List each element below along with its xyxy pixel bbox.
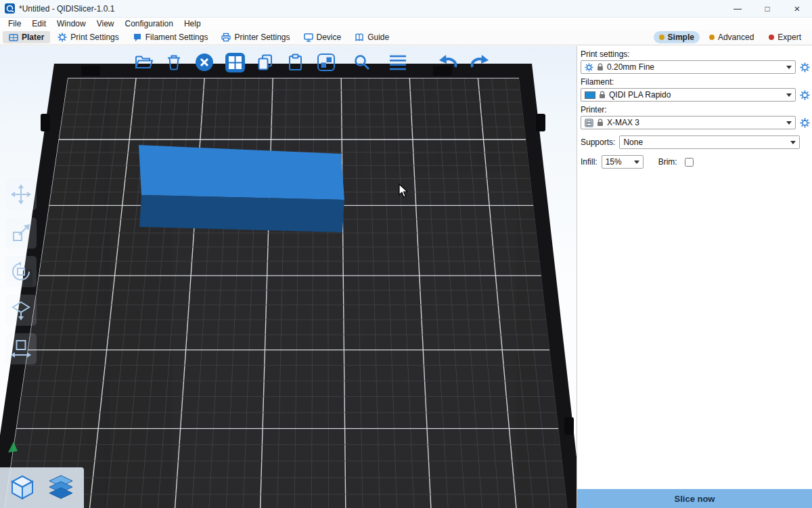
slice-now-button[interactable]: Slice now [577, 489, 812, 508]
tab-guide[interactable]: Guide [348, 31, 395, 43]
supports-combo[interactable]: None [619, 135, 800, 149]
chevron-down-icon [634, 161, 639, 164]
title-bar: *Untitled - QIDISlicer-1.0.1 — □ × [0, 0, 812, 18]
infill-value: 15% [606, 157, 622, 167]
simple-mode-dot [659, 35, 664, 40]
printer-settings-icon [221, 33, 231, 42]
mode-advanced[interactable]: Advanced [704, 31, 759, 43]
lock-icon [597, 63, 604, 71]
printer-label: Printer: [581, 105, 812, 114]
variable-layer-height-button[interactable] [387, 51, 409, 73]
split-to-parts-button[interactable] [315, 51, 337, 73]
search-icon [353, 54, 371, 71]
printer-combo[interactable]: X-MAX 3 [581, 116, 796, 129]
menu-help[interactable]: Help [179, 18, 206, 30]
printer-gear-button[interactable] [799, 117, 810, 128]
tab-filament-settings[interactable]: Filament Settings [127, 31, 215, 43]
move-tool-button[interactable] [5, 179, 37, 210]
supports-value: None [623, 137, 643, 147]
place-on-face-tool-button[interactable] [5, 295, 37, 326]
print-settings-value: 0.20mm Fine [607, 62, 654, 72]
tab-print-settings[interactable]: Print Settings [51, 31, 125, 43]
chevron-down-icon [786, 93, 792, 97]
infill-combo[interactable]: 15% [602, 155, 644, 169]
filament-color-swatch [585, 91, 595, 99]
print-settings-combo[interactable]: 0.20mm Fine [581, 60, 796, 74]
variable-layer-height-icon [388, 54, 407, 70]
split-to-parts-icon [317, 53, 336, 72]
paste-button[interactable] [285, 51, 307, 73]
tab-device[interactable]: Device [298, 31, 348, 43]
place-on-face-icon [11, 300, 31, 320]
mode-simple[interactable]: Simple [654, 31, 700, 43]
supports-label: Supports: [581, 137, 615, 147]
menu-edit[interactable]: Edit [26, 18, 51, 30]
viewport-3d[interactable] [0, 46, 577, 508]
3d-view-cube-icon [7, 473, 37, 503]
copy-icon [256, 54, 274, 71]
rotate-tool-button[interactable] [5, 256, 37, 287]
preview-layers-button[interactable] [45, 473, 76, 503]
view-toggle-panel [0, 467, 84, 508]
filament-settings-icon [133, 33, 142, 42]
model-object[interactable] [139, 145, 344, 232]
brim-checkbox[interactable] [685, 158, 694, 167]
menu-configuration[interactable]: Configuration [120, 18, 179, 30]
print-settings-icon [58, 33, 67, 42]
undo-button[interactable] [438, 51, 459, 73]
tab-bar: Plater Print Settings Filament Settings … [0, 30, 812, 45]
arrange-button[interactable] [224, 51, 246, 73]
menu-view[interactable]: View [91, 18, 120, 30]
menu-file[interactable]: File [3, 18, 26, 30]
delete-all-button[interactable] [194, 51, 215, 73]
open-folder-icon [134, 54, 153, 70]
brim-label: Brim: [658, 157, 677, 167]
open-folder-button[interactable] [133, 51, 154, 73]
undo-icon [438, 54, 459, 70]
gear-icon [800, 90, 810, 100]
print-settings-gear-button[interactable] [799, 62, 810, 72]
printer-value: X-MAX 3 [607, 118, 639, 127]
viewport-toolbar [133, 49, 490, 75]
filament-gear-button[interactable] [799, 89, 810, 100]
printer-icon [585, 119, 593, 127]
gear-icon [800, 118, 810, 128]
paste-icon [287, 54, 304, 71]
mode-expert[interactable]: Expert [763, 31, 807, 43]
delete-button[interactable] [163, 51, 185, 73]
close-button[interactable]: × [782, 0, 812, 17]
cut-icon [11, 339, 31, 359]
lock-icon [597, 119, 604, 127]
search-button[interactable] [351, 51, 373, 73]
gear-icon [800, 62, 810, 72]
rotate-icon [11, 261, 31, 282]
copy-button[interactable] [254, 51, 276, 73]
redo-button[interactable] [468, 51, 490, 73]
infill-label: Infill: [581, 157, 597, 167]
minimize-button[interactable]: — [723, 0, 752, 17]
chevron-down-icon [786, 121, 792, 125]
window-title: *Untitled - QIDISlicer-1.0.1 [19, 4, 114, 14]
cut-tool-button[interactable] [5, 333, 37, 364]
scale-tool-button[interactable] [5, 217, 37, 249]
print-settings-label: Print settings: [581, 49, 812, 59]
chevron-down-icon [786, 66, 792, 69]
arrange-icon [225, 53, 245, 72]
advanced-mode-dot [709, 35, 715, 40]
preset-gear-icon [585, 63, 593, 72]
scale-icon [11, 223, 31, 243]
filament-label: Filament: [581, 77, 812, 87]
editor-view-button[interactable] [7, 473, 37, 503]
mode-selector: Simple Advanced Expert [654, 31, 812, 43]
settings-sidebar: Print settings: 0.20mm Fine Filament: QI… [577, 46, 812, 508]
plater-icon [9, 33, 18, 42]
menu-window[interactable]: Window [51, 18, 91, 30]
device-icon [304, 33, 313, 42]
tab-plater[interactable]: Plater [3, 31, 50, 43]
tab-printer-settings[interactable]: Printer Settings [215, 31, 296, 43]
app-window: *Untitled - QIDISlicer-1.0.1 — □ × File … [0, 0, 812, 508]
maximize-button[interactable]: □ [752, 0, 782, 17]
filament-combo[interactable]: QIDI PLA Rapido [581, 88, 796, 102]
delete-icon [165, 54, 183, 71]
print-bed [0, 46, 577, 508]
